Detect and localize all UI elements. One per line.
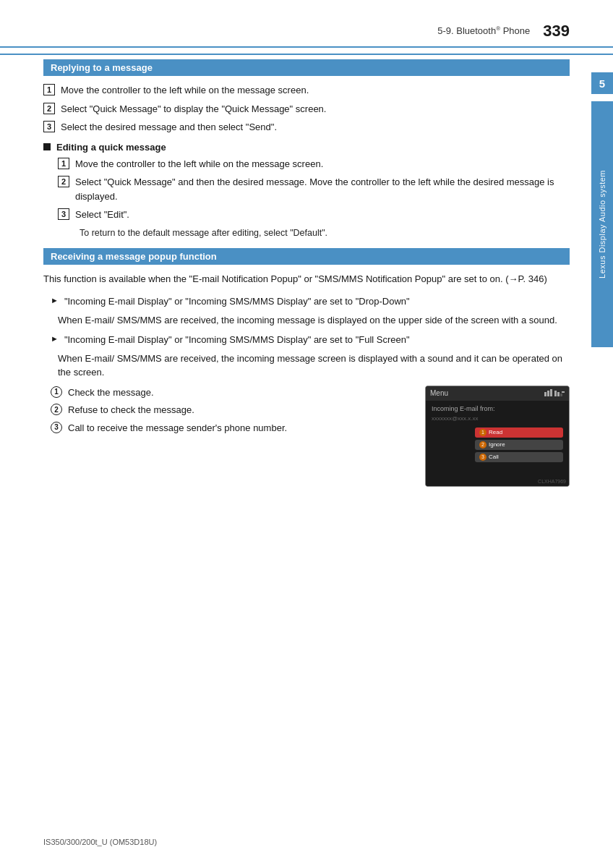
- screen-buttons: 1 Read 2 Ignore 3 Call: [475, 427, 563, 462]
- sidebar-num-label: 5: [599, 77, 605, 90]
- screen-call-num: 3: [479, 454, 486, 461]
- step3-item: 3 Select the desired message and then se…: [43, 120, 570, 135]
- section1-title: Replying to a message: [51, 62, 153, 73]
- section2-intro: This function is available when the "E-m…: [43, 272, 570, 287]
- svg-rect-2: [550, 389, 552, 396]
- arrow-bullet2-icon: ►: [51, 334, 59, 343]
- arrow-bullet1-icon: ►: [51, 296, 59, 305]
- step2-text: Select "Quick Message" to display the "Q…: [61, 102, 570, 116]
- screen-ignore-num: 2: [479, 441, 486, 448]
- svg-rect-4: [557, 392, 560, 396]
- svg-rect-6: [562, 391, 565, 393]
- page-footer: IS350/300/200t_U (OM53D18U): [43, 838, 157, 846]
- screen-ignore-label: Ignore: [489, 441, 505, 448]
- circle-num3: 3: [51, 422, 62, 433]
- screen-email-value: xxxxxxx@xxx.x.xx: [432, 415, 563, 422]
- screen-call-btn: 3 Call: [475, 452, 563, 462]
- step1-text: Move the controller to the left while on…: [61, 83, 570, 98]
- step2-item: 2 Select "Quick Message" to display the …: [43, 102, 570, 116]
- top-border: [0, 54, 613, 55]
- circle-num1: 1: [51, 386, 62, 398]
- content-with-image: Menu Incoming E-mai: [43, 386, 570, 487]
- arrow-item2-label: "Incoming E-mail Display" or "Incoming S…: [64, 333, 570, 347]
- section2-title: Receiving a message popup function: [51, 251, 217, 262]
- arrow-item2: ► "Incoming E-mail Display" or "Incoming…: [43, 333, 570, 347]
- sub-step3-item: 3 Select "Edit".: [43, 208, 570, 222]
- chapter-text-pre: 5-9. Bluetooth: [437, 26, 496, 37]
- screen-signal-icons: [544, 388, 565, 397]
- sub-step2-num: 2: [58, 176, 69, 187]
- subsection-note: To return to the default message after e…: [43, 226, 570, 240]
- chapter-text-post: Phone: [500, 26, 530, 37]
- sub-step1-text: Move the controller to the left while on…: [75, 157, 570, 171]
- screen-incoming-label: Incoming E-mail from:: [432, 405, 563, 412]
- screen-image: Menu Incoming E-mai: [425, 386, 570, 487]
- sub-step3-text: Select "Edit".: [75, 208, 570, 222]
- sidebar: Lexus Display Audio system: [591, 101, 613, 347]
- screen-menu-bar: Menu: [426, 386, 569, 401]
- svg-rect-0: [544, 392, 546, 396]
- screen-image-code: CLXHA7969: [538, 479, 566, 484]
- circle-text2: Refuse to check the message.: [68, 403, 411, 417]
- screen-call-label: Call: [489, 454, 499, 460]
- page-number: 339: [543, 22, 570, 41]
- screen-read-num: 1: [479, 429, 486, 436]
- section1-header: Replying to a message: [43, 59, 570, 76]
- step3-num: 3: [43, 121, 55, 132]
- footer-text: IS350/300/200t_U (OM53D18U): [43, 838, 157, 846]
- step1-num: 1: [43, 84, 55, 95]
- page-header: 5-9. Bluetooth® Phone 339: [0, 0, 613, 48]
- step1-item: 1 Move the controller to the left while …: [43, 83, 570, 98]
- sidebar-label: Lexus Display Audio system: [598, 170, 606, 278]
- circle-item1: 1 Check the message.: [43, 386, 411, 400]
- screen-read-btn: 1 Read: [475, 427, 563, 438]
- subsection-label: Editing a quick message: [56, 142, 166, 153]
- circle-item2: 2 Refuse to check the message.: [43, 403, 411, 417]
- svg-rect-1: [547, 391, 549, 396]
- step2-num: 2: [43, 103, 55, 114]
- arrow-item1-label: "Incoming E-mail Display" or "Incoming S…: [64, 294, 570, 309]
- sub-step2-text: Select "Quick Message" and then the desi…: [75, 175, 570, 203]
- black-square-icon: [43, 143, 51, 150]
- circle-text3: Call to receive the message sender's pho…: [68, 421, 411, 435]
- section2-header: Receiving a message popup function: [43, 248, 570, 265]
- chapter-title: 5-9. Bluetooth® Phone: [437, 25, 530, 36]
- arrow-item1-detail: When E-mail/ SMS/MMS are received, the i…: [43, 313, 570, 328]
- circle-item3: 3 Call to receive the message sender's p…: [43, 421, 411, 435]
- page-container: 5-9. Bluetooth® Phone 339 5 Lexus Displa…: [0, 0, 613, 868]
- arrow-item2-detail: When E-mail/ SMS/MMS are received, the i…: [43, 352, 570, 380]
- svg-rect-3: [554, 391, 557, 396]
- screen-menu-label: Menu: [430, 389, 448, 397]
- subsection-title: Editing a quick message: [43, 142, 570, 153]
- step3-text: Select the desired message and then sele…: [61, 120, 570, 135]
- main-content: Replying to a message 1 Move the control…: [0, 59, 613, 523]
- sub-step1-num: 1: [58, 158, 69, 169]
- circle-num2: 2: [51, 404, 62, 415]
- sub-step1-item: 1 Move the controller to the left while …: [43, 157, 570, 171]
- screen-read-label: Read: [489, 429, 502, 435]
- sidebar-number: 5: [591, 72, 613, 94]
- sub-step3-num: 3: [58, 208, 69, 220]
- circle-list: 1 Check the message. 2 Refuse to check t…: [43, 386, 411, 439]
- sub-step2-item: 2 Select "Quick Message" and then the de…: [43, 175, 570, 203]
- svg-rect-5: [560, 393, 562, 396]
- screen-ignore-btn: 2 Ignore: [475, 440, 563, 450]
- arrow-item1: ► "Incoming E-mail Display" or "Incoming…: [43, 294, 570, 309]
- circle-text1: Check the message.: [68, 386, 411, 400]
